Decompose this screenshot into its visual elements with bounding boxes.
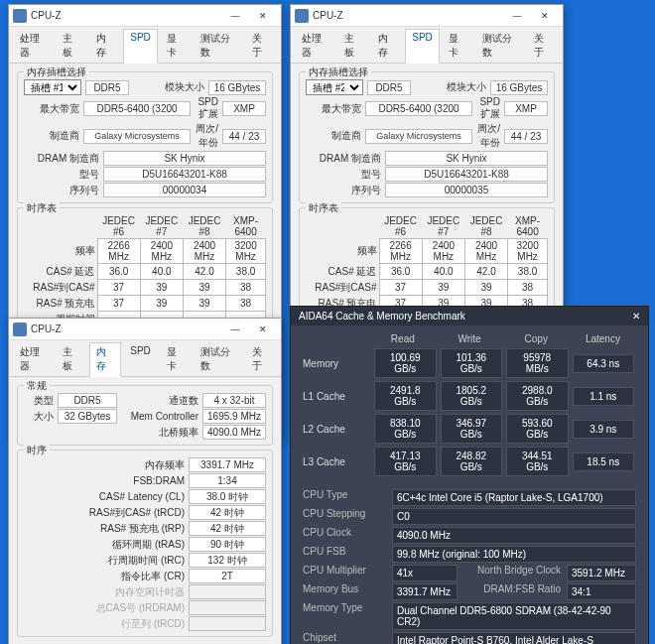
maxbw-value: DDR5-6400 (3200 MHz) xyxy=(365,101,472,116)
aida-cell: 593.60 GB/s xyxy=(506,414,569,444)
minimize-button[interactable]: — xyxy=(221,321,249,338)
serial-value: 00000034 xyxy=(103,183,266,197)
timing-cell: 2400 MHz xyxy=(183,239,225,264)
aida-info-row: Memory TypeDual Channel DDR5-6800 SDRAM … xyxy=(303,602,636,630)
tab-主板[interactable]: 主板 xyxy=(56,29,87,63)
close-button[interactable]: ✕ xyxy=(531,7,559,25)
tab-内存[interactable]: 内存 xyxy=(89,342,121,377)
rtor-value xyxy=(189,616,266,631)
slot-select-group: 内存插槽选择 插槽 #1 DDR5 模块大小 16 GBytes 最大带宽DDR… xyxy=(17,71,273,203)
minimize-button[interactable]: — xyxy=(503,7,531,25)
aida-cell: 346.97 GB/s xyxy=(441,414,503,444)
modsize-label: 模块大小 xyxy=(133,80,204,94)
cpuz-memory-window: CPU-Z —✕ 处理器主板内存SPD显卡测试分数关于 常规 类型DDR5通道数… xyxy=(8,318,282,644)
cl-value: 38.0 时钟 xyxy=(189,489,266,504)
aida-info-value: 3391.7 MHz xyxy=(392,583,458,600)
aida-titlebar[interactable]: AIDA64 Cache & Memory Benchmark ✕ xyxy=(291,307,648,325)
aida-cell: 838.10 GB/s xyxy=(374,414,437,444)
drammfr-label: DRAM 制造商 xyxy=(306,152,381,166)
fsb-value: 1:34 xyxy=(189,473,266,488)
mem-type: DDR5 xyxy=(367,80,411,95)
tras-label: 循环周期 (tRAS) xyxy=(24,538,185,552)
titlebar[interactable]: CPU-Z —✕ xyxy=(9,319,281,340)
app-icon xyxy=(13,322,27,336)
tab-关于[interactable]: 关于 xyxy=(245,342,277,376)
aida-info-label: CPU Multiplier xyxy=(303,565,392,581)
tab-处理器[interactable]: 处理器 xyxy=(295,29,335,63)
aida-info-label: CPU Clock xyxy=(303,527,392,544)
aida-row-label: L2 Cache xyxy=(303,424,372,435)
nb-label: 北桥频率 xyxy=(121,426,198,440)
mc-value: 1695.9 MHz xyxy=(202,409,266,424)
slot-select[interactable]: 插槽 #2 xyxy=(306,79,363,95)
week-label: 周次/年份 xyxy=(476,122,500,150)
tab-内存[interactable]: 内存 xyxy=(89,29,121,63)
titlebar[interactable]: CPU-Z —✕ xyxy=(9,5,281,27)
part-label: 型号 xyxy=(24,168,99,182)
rp-value: 42 时钟 xyxy=(189,521,266,536)
timing-cell: 38 xyxy=(508,280,548,296)
timing-cell: 42.0 xyxy=(183,264,225,280)
aida-info-label: Chipset xyxy=(303,632,392,644)
aida-cell: 18.5 ns xyxy=(573,452,635,471)
tab-bar: 处理器主板内存SPD显卡测试分数关于 xyxy=(9,340,281,377)
aida-info-row: CPU Clock4090.0 MHz xyxy=(303,527,636,544)
tras-value: 90 时钟 xyxy=(189,537,266,552)
group-label: 常规 xyxy=(24,379,50,393)
serial-label: 序列号 xyxy=(306,184,381,197)
aida-row-label: Memory xyxy=(303,358,372,369)
aida-cell: 1805.2 GB/s xyxy=(441,381,503,411)
aida-info-row: ChipsetIntel Raptor Point-S B760, Intel … xyxy=(303,632,636,644)
serial-value: 00000035 xyxy=(385,183,548,197)
tab-处理器[interactable]: 处理器 xyxy=(13,29,54,63)
aida-info-extra-label: North Bridge Clock xyxy=(458,565,567,581)
spdext-value: XMP 3.0 xyxy=(504,101,548,116)
timing-cell: 39 xyxy=(140,296,183,312)
tab-显卡[interactable]: 显卡 xyxy=(160,29,192,63)
aida-cell: 101.36 GB/s xyxy=(441,348,503,378)
size-value: 32 GBytes xyxy=(58,409,117,424)
tab-主板[interactable]: 主板 xyxy=(56,342,87,376)
timing-cell: 38.0 xyxy=(226,264,266,280)
slot-select[interactable]: 插槽 #1 xyxy=(24,79,81,95)
mem-type: DDR5 xyxy=(85,80,129,95)
tab-SPD[interactable]: SPD xyxy=(123,29,158,64)
tab-处理器[interactable]: 处理器 xyxy=(13,342,54,376)
timing-cell: 38 xyxy=(226,280,266,296)
minimize-button[interactable]: — xyxy=(221,7,249,25)
aida-info-extra-label: DRAM:FSB Ratio xyxy=(458,583,567,600)
aida-info-label: Memory Type xyxy=(303,602,392,630)
tab-测试分数[interactable]: 测试分数 xyxy=(475,29,525,63)
aida-info-label: Memory Bus xyxy=(303,583,392,600)
part-value: D5U16643201-K88 xyxy=(103,167,266,182)
aida-info-value: 4090.0 MHz xyxy=(392,527,636,544)
close-button[interactable]: ✕ xyxy=(249,7,277,25)
modsize-value: 16 GBytes xyxy=(490,80,548,95)
tab-显卡[interactable]: 显卡 xyxy=(160,342,192,376)
close-icon[interactable]: ✕ xyxy=(632,311,640,322)
tab-关于[interactable]: 关于 xyxy=(527,29,559,63)
tab-SPD[interactable]: SPD xyxy=(405,29,440,64)
tab-测试分数[interactable]: 测试分数 xyxy=(194,29,243,63)
aida-info-row: CPU Type6C+4c Intel Core i5 (Raptor Lake… xyxy=(303,489,636,506)
titlebar[interactable]: CPU-Z —✕ xyxy=(291,5,563,27)
tab-SPD[interactable]: SPD xyxy=(123,342,158,376)
timing-cell: 2266 MHz xyxy=(97,239,140,264)
aida-info-value: 41x xyxy=(392,565,458,581)
tab-显卡[interactable]: 显卡 xyxy=(442,29,473,63)
app-icon xyxy=(13,9,27,23)
tab-bar: 处理器主板内存SPD显卡测试分数关于 xyxy=(291,27,563,64)
freq-value: 3391.7 MHz xyxy=(189,457,266,472)
tab-关于[interactable]: 关于 xyxy=(245,29,277,63)
type-label: 类型 xyxy=(24,394,54,408)
close-button[interactable]: ✕ xyxy=(249,321,277,338)
tab-测试分数[interactable]: 测试分数 xyxy=(194,342,243,376)
tab-内存[interactable]: 内存 xyxy=(371,29,403,63)
slot-select-group: 内存插槽选择 插槽 #2 DDR5 模块大小 16 GBytes 最大带宽DDR… xyxy=(299,71,555,203)
tab-主板[interactable]: 主板 xyxy=(337,29,369,63)
timing-cell: 39 xyxy=(422,280,464,296)
aida-row-label: L1 Cache xyxy=(303,391,372,402)
title-text: CPU-Z xyxy=(31,10,62,21)
aida-title-text: AIDA64 Cache & Memory Benchmark xyxy=(299,311,465,322)
title-text: CPU-Z xyxy=(31,323,62,334)
